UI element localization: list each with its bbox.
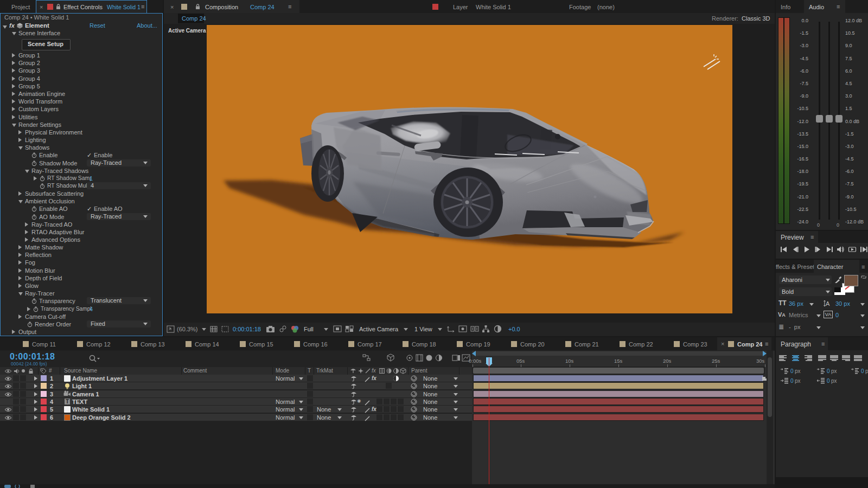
svg-text:A: A <box>826 300 830 307</box>
